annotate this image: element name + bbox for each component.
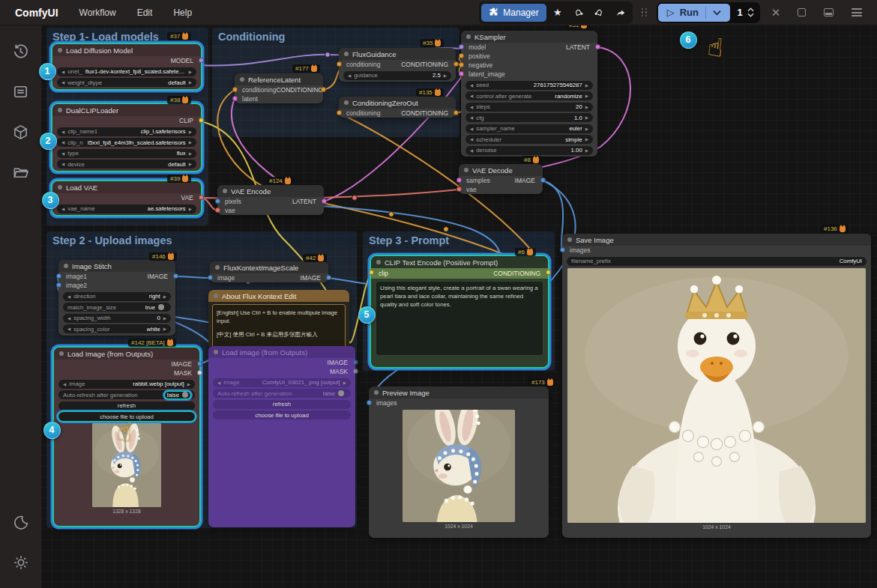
node-save-image[interactable]: Save Imageimagesfilename_prefixComfyUI10… xyxy=(562,234,871,538)
combo-right-arrow-icon[interactable]: ▶ xyxy=(585,148,588,153)
menu-help[interactable]: Help xyxy=(173,7,192,18)
node-vae-encode[interactable]: VAE EncodepixelsLATENTvae xyxy=(217,185,324,215)
combo-right-arrow-icon[interactable]: ▶ xyxy=(585,137,588,142)
combo-right-arrow-icon[interactable]: ▶ xyxy=(189,130,192,134)
node-flux-kontext-image-scale[interactable]: FluxKontextImageScaleimageIMAGE xyxy=(210,261,328,282)
node-about-flux-kontext-edit[interactable]: About Flux Kontext Edit[English] Use Ctr… xyxy=(208,290,349,350)
node-graph-canvas[interactable]: Step 1- Load modelsConditioningStep 2 - … xyxy=(41,25,877,588)
image-stitch-header[interactable]: Image Stitch xyxy=(58,260,175,272)
collapse-dot-icon[interactable] xyxy=(223,189,227,193)
flux-guidance-widget-guidance[interactable]: ◀guidance2.5▶ xyxy=(343,71,451,80)
node-load-vae[interactable]: Load VAEVAE◀vae_nameae.safetensors▶ xyxy=(52,181,201,215)
load-image-outputs-bypassed-toggle-auto-refresh-after-generation[interactable]: Auto-refresh after generationfalse xyxy=(213,389,351,398)
collapse-dot-icon[interactable] xyxy=(64,264,68,268)
combo-right-arrow-icon[interactable]: ▶ xyxy=(189,80,192,85)
vae-decode-output-image-port[interactable] xyxy=(540,178,546,183)
collapse-dot-icon[interactable] xyxy=(58,48,62,52)
menu-workflow[interactable]: Workflow xyxy=(79,7,116,18)
node-dual-clip-loader[interactable]: DualCLIPLoaderCLIP◀clip_name1clip_l.safe… xyxy=(52,104,201,171)
load-image-outputs-bypassed-output-mask-port[interactable] xyxy=(353,369,358,374)
dual-clip-loader-widget-type[interactable]: ◀typeflux▶ xyxy=(57,149,196,158)
combo-right-arrow-icon[interactable]: ▶ xyxy=(585,105,588,109)
collapse-dot-icon[interactable] xyxy=(376,260,381,264)
load-image-outputs-output-mask-port[interactable] xyxy=(197,370,202,375)
toggle-knob[interactable] xyxy=(338,390,344,396)
ksampler-input-model-port[interactable] xyxy=(459,44,464,49)
combo-right-arrow-icon[interactable]: ▶ xyxy=(585,83,588,88)
node-load-image-outputs[interactable]: Load Image (from Outputs)IMAGEMASK◀image… xyxy=(54,348,199,526)
dual-clip-loader-widget-clip-n[interactable]: ◀clip_nt5xxl_fp8_e4m3fn_scaled.safetenso… xyxy=(57,138,196,147)
combo-right-arrow-icon[interactable]: ▶ xyxy=(585,127,588,131)
collapse-dot-icon[interactable] xyxy=(214,350,218,354)
ksampler-input-negative-port[interactable] xyxy=(459,62,464,67)
close-icon[interactable]: ✕ xyxy=(766,6,786,19)
conditioning-zero-out-header[interactable]: ConditioningZeroOut xyxy=(339,97,456,109)
dock-panel-icon[interactable] xyxy=(824,8,834,16)
combo-right-arrow-icon[interactable]: ▶ xyxy=(163,327,166,331)
reference-latent-output-conditioning-port[interactable] xyxy=(321,87,326,92)
vae-decode-input-vae-port[interactable] xyxy=(456,187,462,192)
clip-text-encode-positive-output-conditioning-port[interactable] xyxy=(546,270,551,275)
load-image-outputs-header[interactable]: Load Image (from Outputs) xyxy=(54,348,199,360)
flux-kontext-image-scale-header[interactable]: FluxKontextImageScale xyxy=(210,261,328,273)
load-vae-output-vae-port[interactable] xyxy=(199,195,204,200)
chevron-down-icon[interactable] xyxy=(713,7,721,18)
flux-kontext-image-scale-output-image-port[interactable] xyxy=(326,275,331,280)
star-icon[interactable]: ★ xyxy=(548,5,567,20)
batch-count-value[interactable]: 1 xyxy=(736,7,744,18)
load-diffusion-model-widget-unet[interactable]: ◀unet_flux1-dev-kontext_fp8_scaled.safet… xyxy=(57,67,196,76)
load-image-outputs-toggle-auto-refresh-after-generation[interactable]: Auto-refresh after generationfalse xyxy=(58,390,195,399)
reference-latent-input-latent-port[interactable] xyxy=(232,96,238,101)
combo-right-arrow-icon[interactable]: ▶ xyxy=(187,382,190,387)
save-image-widget-filename-prefix[interactable]: filename_prefixComfyUI xyxy=(567,257,867,266)
reroute-dot[interactable] xyxy=(389,212,394,217)
vae-decode-input-samples-port[interactable] xyxy=(456,178,462,183)
combo-left-arrow-icon[interactable]: ◀ xyxy=(470,83,473,88)
combo-right-arrow-icon[interactable]: ▶ xyxy=(585,115,588,120)
load-vae-header[interactable]: Load VAE xyxy=(52,181,201,193)
combo-left-arrow-icon[interactable]: ◀ xyxy=(67,316,70,321)
node-flux-guidance[interactable]: FluxGuidanceconditioningCONDITIONING◀gui… xyxy=(339,48,456,82)
drag-handle[interactable] xyxy=(642,8,648,17)
clip-text-encode-positive-header[interactable]: CLIP Text Encode (Positive Prompt) xyxy=(371,256,548,268)
flux-guidance-input-conditioning-port[interactable] xyxy=(337,61,342,67)
load-diffusion-model-output-model-port[interactable] xyxy=(199,58,204,63)
vae-encode-output-latent-port[interactable] xyxy=(322,198,327,204)
preview-image-header[interactable]: Preview Image xyxy=(369,387,549,398)
collapse-dot-icon[interactable] xyxy=(344,52,349,56)
menu-icon[interactable] xyxy=(852,8,862,16)
preview-image-input-images-port[interactable] xyxy=(367,400,372,405)
node-ksampler[interactable]: KSamplermodelLATENTpositivenegativelaten… xyxy=(461,31,597,157)
manager-button[interactable]: Manager xyxy=(481,4,546,22)
collapse-dot-icon[interactable] xyxy=(240,77,244,82)
combo-left-arrow-icon[interactable]: ◀ xyxy=(67,327,70,331)
node-library-icon[interactable] xyxy=(6,117,36,147)
workflows-folder-icon[interactable] xyxy=(6,157,36,187)
combo-left-arrow-icon[interactable]: ◀ xyxy=(61,130,64,134)
batch-count-stepper[interactable] xyxy=(747,7,754,17)
ksampler-output-latent-port[interactable] xyxy=(595,44,600,49)
ksampler-widget-cfg[interactable]: ◀cfg1.0▶ xyxy=(465,113,593,122)
flux-kontext-image-scale-input-image-port[interactable] xyxy=(208,275,213,280)
load-diffusion-model-header[interactable]: Load Diffusion Model xyxy=(52,44,201,56)
load-image-outputs-toggle-value[interactable]: false xyxy=(165,392,190,398)
load-image-outputs-button-choose-file-to-upload[interactable]: choose file to upload xyxy=(58,412,195,421)
toggle-knob[interactable] xyxy=(182,392,188,398)
settings-gear-icon[interactable] xyxy=(6,548,36,578)
dual-clip-loader-output-clip-port[interactable] xyxy=(199,118,204,123)
flux-guidance-output-conditioning-port[interactable] xyxy=(453,61,459,67)
conditioning-zero-out-input-conditioning-port[interactable] xyxy=(337,110,342,115)
theme-moon-icon[interactable] xyxy=(6,507,36,537)
dual-clip-loader-header[interactable]: DualCLIPLoader xyxy=(52,104,201,116)
combo-left-arrow-icon[interactable]: ◀ xyxy=(61,140,64,145)
image-stitch-input-image2-port[interactable] xyxy=(56,282,61,288)
load-image-outputs-bypassed-widget-image[interactable]: ◀imageComfyUI_03021_.png [output]▶ xyxy=(213,378,351,387)
collapse-dot-icon[interactable] xyxy=(214,294,218,298)
save-image-input-images-port[interactable] xyxy=(560,247,565,252)
image-stitch-input-image1-port[interactable] xyxy=(56,273,61,279)
node-vae-decode[interactable]: VAE DecodesamplesIMAGEvae xyxy=(459,164,543,194)
combo-left-arrow-icon[interactable]: ◀ xyxy=(61,207,64,211)
combo-left-arrow-icon[interactable]: ◀ xyxy=(61,80,64,85)
combo-left-arrow-icon[interactable]: ◀ xyxy=(61,162,64,166)
combo-right-arrow-icon[interactable]: ▶ xyxy=(163,316,166,321)
